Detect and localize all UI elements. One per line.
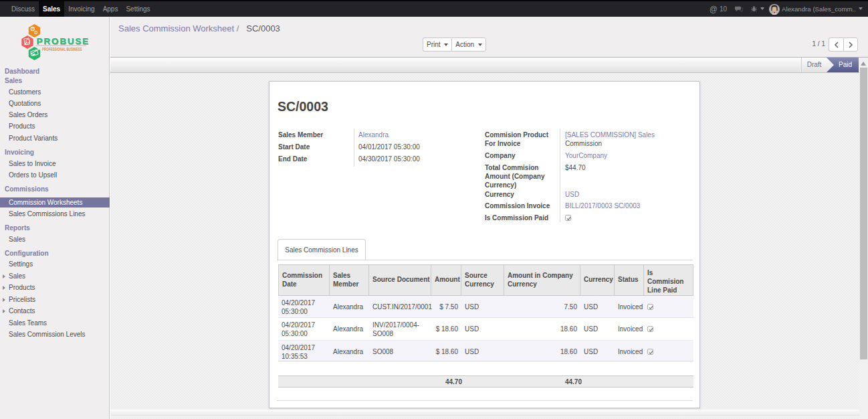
svg-text:PROFESSIONAL BUSINESS: PROFESSIONAL BUSINESS [42,47,82,52]
svg-text:PROBUSE: PROBUSE [37,36,89,46]
